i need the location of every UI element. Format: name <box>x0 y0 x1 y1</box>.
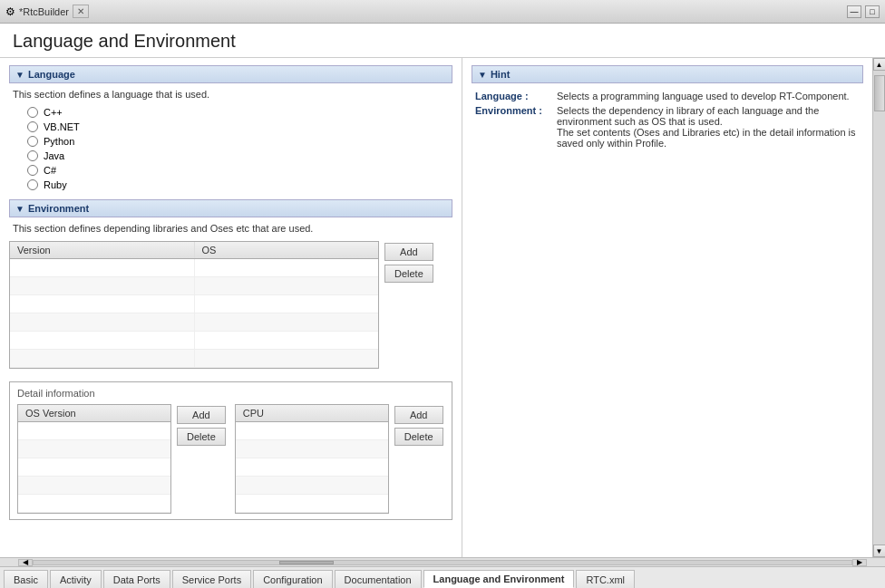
os-version-list-container: OS Version <box>17 404 171 514</box>
radio-csharp-label: C# <box>44 165 56 176</box>
language-section-header: ▼ Language <box>9 65 452 83</box>
radio-ruby[interactable]: Ruby <box>27 179 452 190</box>
radio-python-label: Python <box>44 136 74 147</box>
bottom-tabs: Basic Activity Data Ports Service Ports … <box>0 566 885 588</box>
list-item <box>236 440 388 458</box>
radio-ruby-input[interactable] <box>27 179 38 190</box>
language-radio-group: C++ VB.NET Python Java C# Ruby <box>9 107 452 190</box>
env-add-button[interactable]: Add <box>384 243 433 261</box>
radio-ruby-label: Ruby <box>44 179 67 190</box>
cpu-add-button[interactable]: Add <box>394 406 443 424</box>
radio-java[interactable]: Java <box>27 150 452 161</box>
list-item <box>236 422 388 440</box>
env-delete-button[interactable]: Delete <box>384 265 433 283</box>
cpu-box: CPU <box>235 404 443 514</box>
scroll-left-button[interactable]: ◀ <box>18 559 33 566</box>
right-panel: ▼ Hint Language : Selects a programming … <box>462 58 872 557</box>
environment-section-header: ▼ Environment <box>9 199 452 217</box>
language-section-desc: This section defines a language that is … <box>9 89 452 100</box>
hint-table: Language : Selects a programming languag… <box>472 89 863 150</box>
horizontal-scrollbar: ◀ ▶ <box>0 557 885 566</box>
env-table-buttons: Add Delete <box>384 241 433 374</box>
table-row <box>10 259 378 277</box>
radio-vbnet[interactable]: VB.NET <box>27 121 452 132</box>
tab-activity[interactable]: Activity <box>50 570 102 588</box>
language-section-arrow: ▼ <box>15 70 24 80</box>
language-section-title: Language <box>28 69 75 80</box>
radio-python[interactable]: Python <box>27 136 452 147</box>
radio-vbnet-input[interactable] <box>27 121 38 132</box>
scroll-right-button[interactable]: ▶ <box>852 559 867 566</box>
radio-cpp-label: C++ <box>44 107 63 118</box>
list-item <box>236 495 388 513</box>
os-delete-button[interactable]: Delete <box>177 428 226 446</box>
title-bar: ⚙ *RtcBuilder ✕ — □ <box>0 0 885 24</box>
hint-row-environment: Environment : Selects the dependency in … <box>472 103 863 150</box>
list-item <box>18 458 170 477</box>
window-controls: — □ <box>847 5 880 18</box>
environment-section-desc: This section defines depending libraries… <box>9 223 452 234</box>
radio-csharp[interactable]: C# <box>27 165 452 176</box>
list-item <box>236 477 388 495</box>
radio-cpp[interactable]: C++ <box>27 107 452 118</box>
cpu-buttons: Add Delete <box>394 404 443 514</box>
scrollbar-up-button[interactable]: ▲ <box>873 58 886 71</box>
hint-language-value: Selects a programming language used to d… <box>553 89 863 103</box>
env-table-container: Version OS <box>9 241 379 369</box>
scrollbar-down-button[interactable]: ▼ <box>873 545 886 557</box>
radio-vbnet-label: VB.NET <box>44 121 80 132</box>
list-item <box>18 440 170 458</box>
radio-java-label: Java <box>44 150 64 161</box>
cpu-list-container: CPU <box>235 404 389 514</box>
scroll-track <box>33 560 852 565</box>
env-col-version: Version <box>10 242 194 259</box>
tab-service-ports[interactable]: Service Ports <box>172 570 251 588</box>
tab-configuration[interactable]: Configuration <box>253 570 332 588</box>
tab-language-env[interactable]: Language and Environment <box>423 570 575 588</box>
tab-rtcxml[interactable]: RTC.xml <box>576 570 635 588</box>
hint-section-title: Hint <box>491 69 510 80</box>
tab-basic[interactable]: Basic <box>4 570 48 588</box>
list-item <box>236 458 388 477</box>
table-row <box>10 313 378 332</box>
scrollbar-thumb[interactable] <box>874 75 885 111</box>
minimize-button[interactable]: — <box>847 5 861 18</box>
left-panel: ▼ Language This section defines a langua… <box>0 58 462 557</box>
app-icon: ⚙ <box>5 5 15 18</box>
table-row <box>10 332 378 350</box>
env-col-os: OS <box>194 242 378 259</box>
radio-java-input[interactable] <box>27 150 38 161</box>
cpu-delete-button[interactable]: Delete <box>394 428 443 446</box>
tab-close-button[interactable]: ✕ <box>73 5 89 18</box>
maximize-button[interactable]: □ <box>865 5 880 18</box>
table-row <box>10 277 378 295</box>
os-add-button[interactable]: Add <box>177 406 226 424</box>
hint-environment-label: Environment : <box>472 103 553 150</box>
hint-section-header: ▼ Hint <box>472 65 863 83</box>
title-bar-title: *RtcBuilder <box>19 6 69 17</box>
os-version-col-header: OS Version <box>18 405 170 422</box>
env-table: Version OS <box>10 242 378 368</box>
tab-documentation[interactable]: Documentation <box>335 570 422 588</box>
environment-section-arrow: ▼ <box>15 204 24 214</box>
table-row <box>10 295 378 313</box>
page-title: Language and Environment <box>0 24 885 58</box>
radio-cpp-input[interactable] <box>27 107 38 118</box>
detail-section-title: Detail information <box>17 388 444 399</box>
radio-csharp-input[interactable] <box>27 165 38 176</box>
detail-section: Detail information OS Version <box>9 381 452 520</box>
tab-data-ports[interactable]: Data Ports <box>103 570 170 588</box>
os-version-buttons: Add Delete <box>177 404 226 514</box>
right-scrollbar: ▲ ▼ <box>872 58 885 557</box>
scrollbar-track <box>873 71 886 545</box>
scroll-thumb[interactable] <box>279 561 334 564</box>
hint-language-label: Language : <box>472 89 553 103</box>
radio-python-input[interactable] <box>27 136 38 147</box>
list-item <box>18 422 170 440</box>
table-row <box>10 350 378 368</box>
list-item <box>18 477 170 495</box>
hint-row-language: Language : Selects a programming languag… <box>472 89 863 103</box>
env-table-with-buttons: Version OS <box>9 241 452 374</box>
cpu-col-header: CPU <box>236 405 388 422</box>
cpu-table: CPU <box>236 405 388 513</box>
